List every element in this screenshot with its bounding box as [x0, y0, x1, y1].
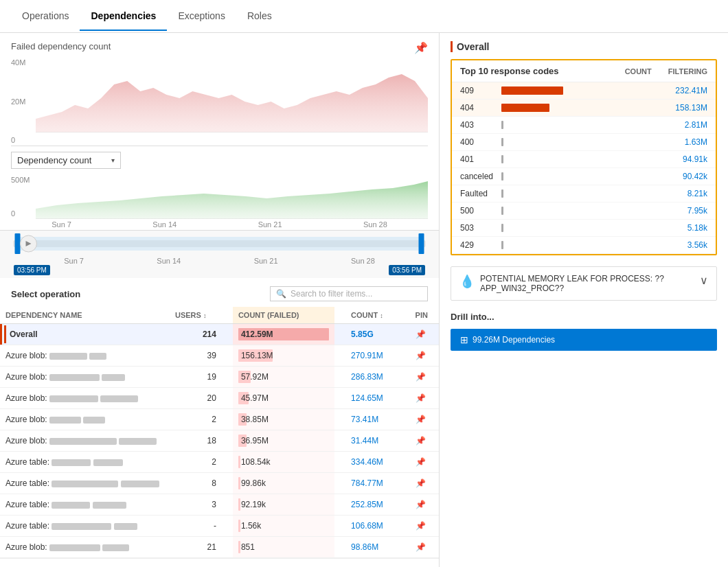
sort-asc-cell	[222, 452, 233, 473]
dep-name-cell: Azure blob:	[0, 430, 170, 452]
users-cell: -	[170, 516, 222, 537]
response-code-row[interactable]: 503 5.18k	[452, 220, 716, 237]
x-label-2: Sun 14	[152, 220, 177, 229]
col-count-failed: COUNT (FAILED)	[233, 307, 334, 324]
col-sort-count[interactable]	[399, 307, 410, 324]
users-cell: 3	[170, 494, 222, 516]
search-box[interactable]: 🔍 Search to filter items...	[270, 286, 428, 301]
response-bar-area	[501, 172, 652, 181]
response-bar	[501, 172, 503, 181]
pin-cell[interactable]: 📌	[410, 388, 439, 409]
response-code-row[interactable]: 429 3.56k	[452, 237, 716, 254]
users-cell: 21	[170, 537, 222, 558]
tab-exceptions[interactable]: Exceptions	[167, 2, 236, 31]
memory-leak-alert: 💧 POTENTIAL MEMORY LEAK FOR PROCESS: ??A…	[451, 266, 717, 301]
tab-roles[interactable]: Roles	[236, 2, 283, 31]
overall-label: Overall	[451, 41, 717, 52]
pin-cell[interactable]: 📌	[410, 367, 439, 388]
table-row[interactable]: Azure table: - 1.56k 106.68M 📌	[0, 516, 439, 537]
table-row[interactable]: Azure blob: 21 851 98.86M 📌	[0, 537, 439, 558]
pin-cell[interactable]: 📌	[410, 494, 439, 516]
pin-cell[interactable]: 📌	[410, 516, 439, 537]
table-row[interactable]: Azure table: 8 99.86k 784.77M 📌	[0, 473, 439, 494]
table-row[interactable]: Overall 214 412.59M 5.85G 📌	[0, 324, 439, 345]
svg-rect-3	[17, 237, 422, 251]
response-code-row[interactable]: 409 232.41M	[452, 82, 716, 100]
count-failed-cell: 92.19k	[233, 494, 334, 516]
response-code-row[interactable]: 500 7.95k	[452, 202, 716, 220]
response-count-value[interactable]: 2.81M	[652, 120, 707, 130]
pin-cell[interactable]: 📌	[410, 537, 439, 558]
dep-name-cell: Azure table:	[0, 473, 170, 494]
response-code-label: 409	[460, 86, 501, 95]
response-count-value[interactable]: 5.18k	[652, 223, 707, 233]
drill-dependencies-button[interactable]: ⊞ 99.26M Dependencies	[451, 329, 717, 351]
pin-icon[interactable]: 📌	[414, 41, 428, 54]
table-row[interactable]: Azure blob: 18 36.95M 31.44M 📌	[0, 430, 439, 452]
response-count-value[interactable]: 8.21k	[652, 189, 707, 198]
response-bar	[501, 207, 503, 215]
green-chart-section: 500M 0	[0, 174, 439, 219]
table-container[interactable]: DEPENDENCY NAME USERS ↕ COUNT (FAILED) C…	[0, 307, 439, 567]
pin-cell[interactable]: 📌	[410, 409, 439, 430]
sort-failed-cell	[334, 537, 345, 558]
x-label-4: Sun 28	[363, 220, 387, 229]
sort-count-cell	[399, 367, 410, 388]
table-row[interactable]: Azure blob: 39 156.13M 270.91M 📌	[0, 345, 439, 367]
load-more-button[interactable]: Load more	[0, 558, 439, 567]
timeline-label-row: Sun 7 Sun 14 Sun 21 Sun 28	[11, 257, 428, 265]
response-code-row[interactable]: 400 1.63M	[452, 134, 716, 151]
response-code-row[interactable]: Faulted 8.21k	[452, 185, 716, 202]
pin-cell[interactable]: 📌	[410, 473, 439, 494]
sort-failed-cell	[334, 430, 345, 452]
table-row[interactable]: Azure blob: 20 45.97M 124.65M 📌	[0, 388, 439, 409]
response-count-value[interactable]: 7.95k	[652, 206, 707, 216]
response-code-row[interactable]: 403 2.81M	[452, 117, 716, 134]
pin-cell[interactable]: 📌	[410, 452, 439, 473]
alert-icon: 💧	[459, 274, 475, 289]
response-count-value[interactable]: 94.91k	[652, 154, 707, 164]
table-row[interactable]: Azure table: 2 108.54k 334.46M 📌	[0, 452, 439, 473]
table-icon: ⊞	[460, 334, 468, 345]
sort-count-cell	[399, 537, 410, 558]
response-count-value[interactable]: 1.63M	[652, 137, 707, 147]
col-sort-asc[interactable]	[222, 307, 233, 324]
response-code-row[interactable]: 401 94.91k	[452, 151, 716, 168]
timeline-x-labels: Sun 7 Sun 14 Sun 21 Sun 28	[11, 257, 428, 265]
response-count-value[interactable]: 232.41M	[652, 86, 707, 95]
response-count-value[interactable]: 90.42k	[652, 172, 707, 181]
response-code-row[interactable]: canceled 90.42k	[452, 168, 716, 185]
dep-name-cell: Azure table:	[0, 452, 170, 473]
right-time-badge: 03:56 PM	[389, 265, 425, 275]
dep-name-cell: Azure blob:	[0, 537, 170, 558]
table-row[interactable]: Azure blob: 2 38.85M 73.41M 📌	[0, 409, 439, 430]
table-row[interactable]: Azure table: 3 92.19k 252.85M 📌	[0, 494, 439, 516]
expand-icon[interactable]: ∨	[700, 274, 708, 287]
count-cell: 252.85M	[345, 494, 398, 516]
sort-count-cell	[399, 452, 410, 473]
timeline-scrubber[interactable]: Sun 7 Sun 14 Sun 21 Sun 28 03:56 PM 03:5…	[0, 230, 439, 278]
alert-text: POTENTIAL MEMORY LEAK FOR PROCESS: ??APP…	[480, 274, 700, 293]
response-bar	[501, 121, 503, 129]
col-sort-failed[interactable]	[334, 307, 345, 324]
pin-cell[interactable]: 📌	[410, 324, 439, 345]
sort-asc-cell	[222, 430, 233, 452]
pin-cell[interactable]: 📌	[410, 345, 439, 367]
response-code-row[interactable]: 404 158.13M	[452, 100, 716, 117]
col-users: USERS ↕	[170, 307, 222, 324]
response-count-value[interactable]: 158.13M	[652, 103, 707, 113]
tab-operations[interactable]: Operations	[11, 2, 80, 31]
dependency-table: DEPENDENCY NAME USERS ↕ COUNT (FAILED) C…	[0, 307, 439, 558]
response-count-value[interactable]: 3.56k	[652, 240, 707, 250]
col-filtering-header: FILTERING	[668, 67, 707, 76]
dep-name-cell: Overall	[0, 324, 170, 345]
table-row[interactable]: Azure blob: 19 57.92M 286.83M 📌	[0, 367, 439, 388]
dropdown-label: Dependency count	[17, 155, 91, 165]
users-cell: 2	[170, 409, 222, 430]
count-cell: 124.65M	[345, 388, 398, 409]
operation-title: Select operation	[11, 289, 80, 299]
tab-dependencies[interactable]: Dependencies	[80, 2, 167, 31]
dependency-count-dropdown[interactable]: Dependency count ▾	[11, 152, 121, 169]
pin-cell[interactable]: 📌	[410, 430, 439, 452]
response-codes-title: Top 10 response codes	[460, 66, 559, 76]
